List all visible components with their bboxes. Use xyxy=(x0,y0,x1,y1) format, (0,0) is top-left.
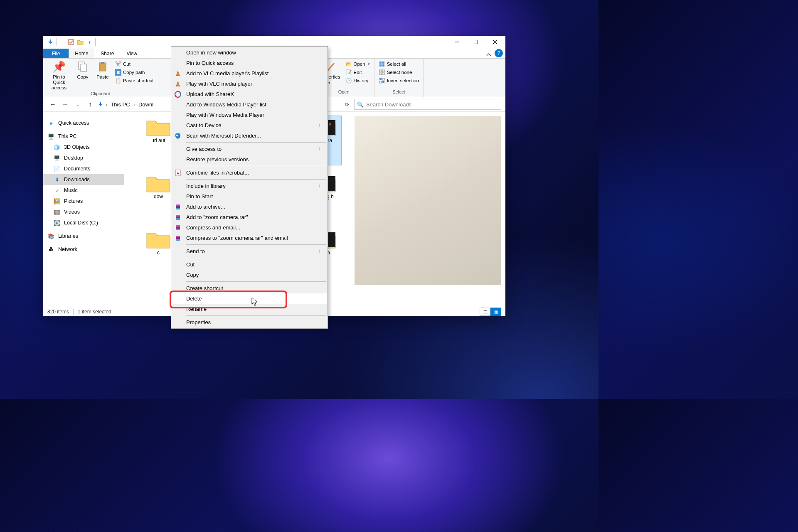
context-item-pin-to-start[interactable]: Pin to Start xyxy=(172,191,327,202)
folder-open-icon: 📂 xyxy=(345,61,352,67)
context-item-label: Rename xyxy=(186,306,207,312)
context-item-add-to-zoom-camera-rar[interactable]: Add to "zoom camera.rar" xyxy=(172,212,327,222)
context-item-label: Include in library xyxy=(186,183,226,189)
context-item-pin-to-quick-access[interactable]: Pin to Quick access xyxy=(172,58,327,68)
context-item-compress-and-email[interactable]: Compress and email... xyxy=(172,222,327,233)
search-placeholder: Search Downloads xyxy=(366,101,411,108)
recent-dropdown[interactable]: ⌄ xyxy=(72,99,83,110)
context-item-upload-with-sharex[interactable]: Upload with ShareX xyxy=(172,89,327,99)
breadcrumb-this-pc[interactable]: This PC xyxy=(109,101,131,108)
context-item-scan-with-microsoft-defender[interactable]: Scan with Microsoft Defender... xyxy=(172,131,327,141)
up-button[interactable]: ↑ xyxy=(85,99,96,110)
refresh-button[interactable]: ⟳ xyxy=(342,99,352,110)
copy-path-button[interactable]: 📋Copy path xyxy=(114,69,155,76)
context-item-cast-to-device[interactable]: Cast to Device〉 xyxy=(172,120,327,131)
select-none-button[interactable]: Select none xyxy=(378,69,420,76)
context-item-combine-files-in-acrobat[interactable]: ACombine files in Acrobat... xyxy=(172,167,327,178)
chevron-right-icon[interactable]: › xyxy=(133,101,135,108)
context-item-play-with-windows-media-player[interactable]: Play with Windows Media Player xyxy=(172,110,327,120)
context-item-copy[interactable]: Copy xyxy=(172,270,327,280)
context-item-add-to-windows-media-player-list[interactable]: Add to Windows Media Player list xyxy=(172,99,327,110)
nav-this-pc[interactable]: 🖥️This PC xyxy=(43,131,124,142)
pin-quick-access-button[interactable]: 📌 Pin to Quick access xyxy=(47,60,71,91)
context-separator xyxy=(186,258,326,258)
forward-button[interactable]: → xyxy=(60,99,71,110)
context-item-include-in-library[interactable]: Include in library〉 xyxy=(172,181,327,191)
context-menu[interactable]: Open in new windowPin to Quick accessAdd… xyxy=(171,46,328,329)
context-item-properties[interactable]: Properties xyxy=(172,317,327,328)
folder-icon xyxy=(145,228,172,249)
label: Edit xyxy=(354,70,362,75)
label: Open xyxy=(354,62,365,66)
history-button[interactable]: 🕑History xyxy=(345,77,371,84)
tab-file[interactable]: File xyxy=(43,49,69,58)
help-button[interactable]: ? xyxy=(495,49,503,57)
context-item-create-shortcut[interactable]: Create shortcut xyxy=(172,283,327,293)
context-item-open-in-new-window[interactable]: Open in new window xyxy=(172,47,327,58)
label: Local Disk (C:) xyxy=(64,220,98,226)
vlc-icon xyxy=(174,80,182,88)
nav-network[interactable]: 🖧Network xyxy=(43,244,124,255)
context-item-label: Play with Windows Media Player xyxy=(186,112,264,118)
context-item-cut[interactable]: Cut xyxy=(172,259,327,270)
edit-button[interactable]: 📝Edit xyxy=(345,69,371,76)
tab-share[interactable]: Share xyxy=(94,49,120,58)
nav-videos[interactable]: 🎞️Videos xyxy=(43,207,124,217)
tab-view[interactable]: View xyxy=(120,49,143,58)
folder-icon xyxy=(145,172,172,193)
paste-button[interactable]: Paste xyxy=(94,60,111,80)
window-controls xyxy=(447,36,505,48)
context-item-add-to-archive[interactable]: Add to archive... xyxy=(172,202,327,212)
invert-selection-button[interactable]: Invert selection xyxy=(378,77,420,84)
nav-music[interactable]: ♪Music xyxy=(43,185,124,196)
details-view-button[interactable]: ☰ xyxy=(480,308,490,316)
context-item-play-with-vlc-media-player[interactable]: Play with VLC media player xyxy=(172,79,327,89)
context-item-give-access-to[interactable]: Give access to〉 xyxy=(172,144,327,154)
checkbox-icon[interactable] xyxy=(67,38,75,46)
tab-home[interactable]: Home xyxy=(69,49,94,58)
nav-desktop[interactable]: 🖥️Desktop xyxy=(43,153,124,163)
nav-pane[interactable]: ★Quick access 🖥️This PC 🧊3D Objects 🖥️De… xyxy=(43,112,124,307)
label: Pin to Quick access xyxy=(47,74,71,91)
context-item-add-to-vlc-media-player-s-playlist[interactable]: Add to VLC media player's Playlist xyxy=(172,68,327,79)
svg-rect-3 xyxy=(81,64,86,71)
context-item-compress-to-zoom-camera-rar-and-email[interactable]: Compress to "zoom camera.rar" and email xyxy=(172,233,327,243)
context-item-restore-previous-versions[interactable]: Restore previous versions xyxy=(172,154,327,165)
chevron-right-icon[interactable]: › xyxy=(106,101,107,108)
copy-button[interactable]: Copy xyxy=(74,60,91,80)
group-label: Open xyxy=(338,89,350,95)
chevron-right-icon: 〉 xyxy=(318,145,323,153)
blank-icon xyxy=(174,49,182,57)
chevron-right-icon: 〉 xyxy=(318,248,323,255)
nav-downloads[interactable]: ⬇Downloads xyxy=(43,174,124,185)
select-all-button[interactable]: Select all xyxy=(378,60,420,68)
collapse-ribbon-button[interactable] xyxy=(483,52,495,58)
back-button[interactable]: ← xyxy=(47,99,58,110)
qat-dropdown-icon[interactable]: ▾ xyxy=(85,38,94,46)
context-item-delete[interactable]: Delete xyxy=(172,293,327,304)
context-item-send-to[interactable]: Send to〉 xyxy=(172,246,327,256)
maximize-button[interactable] xyxy=(466,36,485,48)
nav-local-disk[interactable]: 💽Local Disk (C:) xyxy=(43,217,124,228)
open-button[interactable]: 📂Open▾ xyxy=(345,60,371,68)
cut-button[interactable]: ✂️Cut xyxy=(114,60,155,68)
blank-icon xyxy=(174,261,182,269)
context-item-rename[interactable]: Rename xyxy=(172,304,327,314)
folder-icon[interactable] xyxy=(76,38,84,46)
rar-icon xyxy=(174,224,182,232)
paste-shortcut-button[interactable]: 📋Paste shortcut xyxy=(114,77,155,84)
minimize-button[interactable] xyxy=(447,36,466,48)
search-input[interactable]: 🔍 Search Downloads xyxy=(354,99,501,110)
context-item-label: Add to Windows Media Player list xyxy=(186,101,266,108)
nav-pictures[interactable]: 🖼️Pictures xyxy=(43,196,124,207)
label: Paste shortcut xyxy=(123,78,154,83)
icons-view-button[interactable]: ▦ xyxy=(490,308,501,316)
nav-quick-access[interactable]: ★Quick access xyxy=(43,118,124,128)
breadcrumb-downloads[interactable]: Downl xyxy=(137,101,155,108)
nav-documents[interactable]: 📄Documents xyxy=(43,163,124,174)
nav-3d-objects[interactable]: 🧊3D Objects xyxy=(43,142,124,153)
close-button[interactable] xyxy=(485,36,505,48)
nav-libraries[interactable]: 📚Libraries xyxy=(43,231,124,241)
context-item-label: Delete xyxy=(186,296,202,302)
context-separator xyxy=(186,315,326,316)
